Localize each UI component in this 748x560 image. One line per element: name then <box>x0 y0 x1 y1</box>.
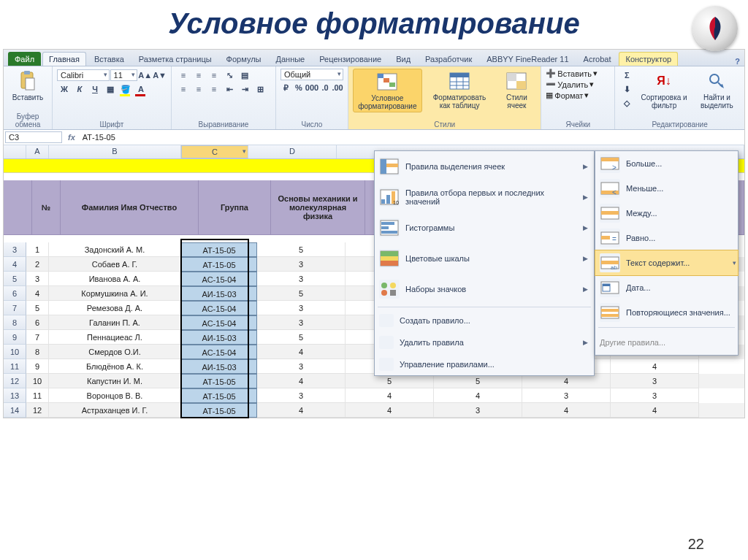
col-b[interactable]: B <box>49 145 181 158</box>
row-header[interactable]: 10 <box>4 345 26 359</box>
comma-icon[interactable]: 000 <box>305 81 318 94</box>
clear-icon[interactable]: ◇ <box>619 96 634 110</box>
menu-icon <box>600 204 620 223</box>
delete-icon: ➖ <box>546 80 556 89</box>
font-color-icon[interactable]: A <box>134 83 148 96</box>
cell-styles-button[interactable]: Стили ячеек <box>497 69 536 111</box>
number-format-select[interactable]: Общий <box>280 69 343 80</box>
table-row[interactable]: 1311Воронцов В. В.АТ-15-0534433 <box>4 388 744 403</box>
shrink-font-icon[interactable]: A▼ <box>153 69 167 82</box>
svg-rect-31 <box>381 251 398 256</box>
menu-item[interactable]: Правила выделения ячеек▶ <box>375 151 594 182</box>
align-mid-icon[interactable]: ≡ <box>191 69 206 82</box>
tab-file[interactable]: Файл <box>8 52 41 66</box>
indent-inc-icon[interactable]: ⇥ <box>237 83 252 96</box>
row-header[interactable]: 7 <box>4 301 26 315</box>
col-c[interactable]: C <box>181 145 248 158</box>
menu-item[interactable]: abТекст содержит... <box>595 250 739 276</box>
row-header[interactable]: 5 <box>4 272 26 286</box>
italic-icon[interactable]: К <box>72 83 87 96</box>
table-row[interactable]: 1412Астраханцев И. Г.АТ-15-0544344 <box>4 403 744 418</box>
tab-review[interactable]: Рецензирование <box>313 52 388 66</box>
row-header[interactable]: 12 <box>4 374 26 388</box>
fx-icon[interactable]: fx <box>64 133 80 142</box>
align-bot-icon[interactable]: ≡ <box>207 69 221 82</box>
help-icon[interactable]: ? <box>735 57 740 66</box>
svg-text:<: < <box>612 188 617 196</box>
row-header[interactable]: 14 <box>4 403 26 418</box>
tab-view[interactable]: Вид <box>389 52 417 66</box>
tab-acrobat[interactable]: Acrobat <box>577 52 618 66</box>
select-all-corner[interactable] <box>4 145 26 158</box>
tab-home[interactable]: Главная <box>42 52 86 66</box>
name-box[interactable]: C3 <box>5 131 62 143</box>
sort-filter-button[interactable]: Я↓ Сортировка и фильтр <box>637 69 691 111</box>
align-left-icon[interactable]: ≡ <box>176 83 191 96</box>
menu-item[interactable]: Повторяющиеся значения... <box>595 300 738 325</box>
menu-item[interactable]: =Равно... <box>595 226 738 250</box>
format-cells-button[interactable]: ▦Формат▾ <box>546 91 610 100</box>
menu-item[interactable]: >Больше... <box>595 151 738 176</box>
row-header[interactable]: 9 <box>4 330 26 345</box>
menu-item[interactable]: Цветовые шкалы▶ <box>375 243 594 274</box>
percent-icon[interactable]: % <box>293 81 305 94</box>
tab-dev[interactable]: Разработчик <box>419 52 478 66</box>
menu-other-rules[interactable]: Другие правила... <box>595 330 738 355</box>
tab-layout[interactable]: Разметка страницы <box>132 52 218 66</box>
align-center-icon[interactable]: ≡ <box>191 83 206 96</box>
dec-dec-icon[interactable]: .00 <box>332 81 343 94</box>
table-row[interactable]: 1210Капустин И. М.АТ-15-0545543 <box>4 374 744 388</box>
border-icon[interactable]: ▦ <box>103 83 118 96</box>
conditional-formatting-button[interactable]: Условное форматирование <box>353 69 422 112</box>
row-header[interactable]: 6 <box>4 286 26 301</box>
chevron-right-icon: ▶ <box>583 193 589 201</box>
col-a[interactable]: A <box>26 145 49 158</box>
menu-item[interactable]: Наборы значков▶ <box>375 274 594 304</box>
tab-formulas[interactable]: Формулы <box>220 52 268 66</box>
formula-input[interactable]: АТ-15-05 <box>80 132 118 142</box>
font-name-select[interactable]: Calibri <box>57 69 110 81</box>
grow-font-icon[interactable]: A▲ <box>138 69 152 82</box>
tab-insert[interactable]: Вставка <box>88 52 131 66</box>
menu-item[interactable]: Создать правило... <box>375 310 594 331</box>
fill-icon[interactable]: ⬇ <box>619 83 634 96</box>
menu-item[interactable]: Между... <box>595 201 738 226</box>
tab-design[interactable]: Конструктор <box>619 52 678 66</box>
row-header[interactable]: 4 <box>4 257 26 272</box>
dec-inc-icon[interactable]: .0 <box>319 81 331 94</box>
col-d[interactable]: D <box>248 145 337 158</box>
menu-item[interactable]: 10Правила отбора первых и последних знач… <box>375 182 594 212</box>
menu-item[interactable]: Управление правилами... <box>375 353 594 375</box>
currency-icon[interactable]: ₽ <box>280 81 292 94</box>
fill-color-icon[interactable]: 🪣 <box>118 83 133 96</box>
menu-icon <box>379 218 400 237</box>
font-size-select[interactable]: 11 <box>110 69 138 81</box>
bold-icon[interactable]: Ж <box>57 83 72 96</box>
row-header[interactable]: 3 <box>4 242 26 257</box>
menu-item[interactable]: <Меньше... <box>595 176 738 201</box>
menu-item[interactable]: Гистограммы▶ <box>375 212 594 243</box>
row-header[interactable]: 11 <box>4 359 26 374</box>
row-header[interactable]: 13 <box>4 388 26 403</box>
menu-icon <box>379 249 400 268</box>
tab-abbyy[interactable]: ABBYY FineReader 11 <box>480 52 575 66</box>
orientation-icon[interactable]: ⤡ <box>222 69 237 82</box>
format-as-table-button[interactable]: Форматировать как таблицу <box>425 69 495 111</box>
menu-item[interactable]: Дата... <box>595 275 738 300</box>
svg-rect-27 <box>381 222 394 225</box>
chevron-right-icon: ▶ <box>583 163 589 170</box>
find-select-button[interactable]: Найти и выделить <box>694 69 740 111</box>
indent-dec-icon[interactable]: ⇤ <box>222 83 237 96</box>
insert-cells-button[interactable]: ➕Вставить▾ <box>546 69 610 78</box>
merge-icon[interactable]: ⊞ <box>253 83 267 96</box>
delete-cells-button[interactable]: ➖Удалить▾ <box>546 80 610 89</box>
underline-icon[interactable]: Ч <box>88 83 102 96</box>
align-right-icon[interactable]: ≡ <box>207 83 221 96</box>
paste-button[interactable]: Вставить <box>8 69 47 103</box>
wrap-text-icon[interactable]: ▤ <box>237 69 252 82</box>
align-top-icon[interactable]: ≡ <box>176 69 191 82</box>
row-header[interactable]: 8 <box>4 315 26 330</box>
menu-item[interactable]: Удалить правила▶ <box>375 331 594 353</box>
autosum-icon[interactable]: Σ <box>619 69 634 82</box>
tab-data[interactable]: Данные <box>269 52 311 66</box>
